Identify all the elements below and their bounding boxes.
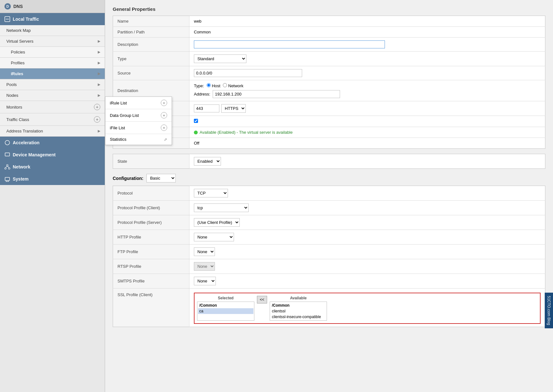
- label-protocol-profile-server: Protocol Profile (Server): [113, 215, 189, 230]
- local-traffic-label: Local Traffic: [13, 17, 39, 22]
- type-select[interactable]: Standard Performance (HTTP) Performance …: [194, 54, 246, 63]
- network-radio-label[interactable]: Network: [223, 83, 243, 88]
- rtsp-profile-select[interactable]: Nonertsp: [194, 262, 215, 271]
- sidebar-item-policies[interactable]: Policies ▶: [0, 47, 105, 58]
- row-description: Description: [113, 38, 545, 52]
- row-last-hop: Off: [113, 138, 545, 149]
- host-radio-label[interactable]: Host: [207, 83, 220, 88]
- sidebar-section-acceleration[interactable]: Acceleration: [0, 137, 105, 149]
- sidebar-section-local-traffic[interactable]: Local Traffic: [0, 13, 105, 25]
- svg-line-8: [7, 166, 9, 168]
- label-type: Type: [113, 52, 189, 66]
- network-icon: [4, 164, 10, 170]
- data-group-list-add-icon[interactable]: +: [161, 112, 167, 118]
- network-radio[interactable]: [223, 83, 227, 87]
- ifile-list-add-icon[interactable]: +: [161, 125, 167, 131]
- source-input[interactable]: [194, 69, 302, 77]
- ssl-available-item-clientssl[interactable]: clientssl: [271, 308, 326, 314]
- configuration-mode-select[interactable]: Basic Advanced: [146, 174, 176, 182]
- label-smtps-profile: SMTPS Profile: [113, 274, 189, 289]
- ssl-available-header: Available: [270, 296, 327, 300]
- sidebar: D DNS Local Traffic Network Map Virtual …: [0, 0, 105, 392]
- irule-list-add-icon[interactable]: +: [161, 100, 167, 106]
- label-source: Source: [113, 66, 189, 80]
- configuration-label: Configuration:: [113, 176, 143, 181]
- sidebar-item-profiles[interactable]: Profiles ▶: [0, 58, 105, 68]
- sidebar-item-virtual-servers[interactable]: Virtual Servers ▶: [0, 36, 105, 47]
- value-name: web: [189, 16, 545, 27]
- ssl-selected-item-ca[interactable]: ca: [198, 308, 253, 314]
- availability-green-dot: [194, 131, 198, 134]
- sidebar-section-device-management[interactable]: Device Management: [0, 149, 105, 161]
- irules-submenu: iRule List + Data Group List + iFile Lis…: [105, 96, 172, 145]
- row-availability: Available (Enabled) - The virtual server…: [113, 127, 545, 138]
- svg-point-5: [5, 168, 6, 169]
- cell-protocol-profile-server: (Use Client Profile)tcptcp-lan-optimized…: [189, 215, 545, 230]
- submenu-data-group-list-label: Data Group List: [110, 113, 139, 118]
- submenu-ifile-list[interactable]: iFile List +: [105, 122, 172, 134]
- protocol-select[interactable]: TCPUDPSCTPAll Protocols*All: [194, 189, 228, 197]
- configuration-header: Configuration: Basic Advanced: [113, 174, 545, 182]
- cell-source: [189, 66, 545, 80]
- general-properties-table: Name web Partition / Path Common Descrip…: [113, 16, 545, 149]
- protocol-profile-server-select[interactable]: (Use Client Profile)tcptcp-lan-optimized…: [194, 218, 240, 227]
- ssl-available-folder: /Common: [271, 303, 326, 308]
- row-type: Type Standard Performance (HTTP) Perform…: [113, 52, 545, 66]
- description-input[interactable]: [194, 40, 385, 48]
- svg-rect-3: [5, 153, 10, 156]
- sidebar-item-irules[interactable]: iRules ▶: [0, 68, 105, 79]
- chevron-right-icon: ▶: [98, 82, 100, 87]
- port-input[interactable]: [194, 104, 219, 112]
- host-radio[interactable]: [207, 83, 211, 87]
- ssl-available-list: /Common clientssl clientssl-insecure-com…: [270, 302, 327, 321]
- value-last-hop: Off: [189, 138, 545, 149]
- sidebar-item-address-translation[interactable]: Address Translation ▶: [0, 126, 105, 137]
- sidebar-item-dns[interactable]: D DNS: [0, 0, 105, 13]
- chevron-right-icon: ▶: [98, 93, 100, 97]
- ssl-available-item-clientssl-insecure[interactable]: clientssl-insecure-compatible: [271, 314, 326, 320]
- label-protocol: Protocol: [113, 186, 189, 201]
- protocol-profile-client-select[interactable]: tcptcp-lan-optimizedtcp-wan-optimizedmpt…: [194, 203, 249, 212]
- destination-address-input[interactable]: [213, 90, 340, 98]
- submenu-data-group-list[interactable]: Data Group List +: [105, 109, 172, 122]
- cell-checkbox: [189, 116, 545, 127]
- port-protocol-select[interactable]: HTTPS HTTP FTP SMTP SNMP Telnet IMAP Oth…: [221, 104, 246, 113]
- cell-protocol: TCPUDPSCTPAll Protocols*All: [189, 186, 545, 201]
- sidebar-section-network[interactable]: Network: [0, 161, 105, 173]
- ssl-selected-header: Selected: [197, 296, 254, 300]
- sidebar-item-pools[interactable]: Pools ▶: [0, 79, 105, 90]
- state-select[interactable]: Enabled Disabled: [194, 157, 221, 166]
- ssl-transfer-button[interactable]: <<: [257, 296, 267, 303]
- ssl-selected-folder: /Common: [198, 303, 253, 308]
- cell-smtps-profile: Nonesmtps: [189, 274, 545, 289]
- sidebar-section-system[interactable]: System: [0, 173, 105, 185]
- cell-availability: Available (Enabled) - The virtual server…: [189, 127, 545, 138]
- traffic-class-add-icon[interactable]: +: [94, 116, 100, 123]
- monitors-add-icon[interactable]: +: [94, 104, 100, 110]
- ftp-profile-select[interactable]: Noneftp: [194, 247, 215, 256]
- sidebar-item-network-map[interactable]: Network Map: [0, 25, 105, 36]
- submenu-irule-list[interactable]: iRule List +: [105, 97, 172, 109]
- submenu-statistics[interactable]: Statistics ⬀: [105, 134, 172, 145]
- network-label: Network: [13, 164, 30, 169]
- checkbox-field[interactable]: [194, 119, 198, 123]
- label-http-profile: HTTP Profile: [113, 230, 189, 245]
- sidebar-item-nodes[interactable]: Nodes ▶: [0, 90, 105, 101]
- cell-description: [189, 38, 545, 52]
- row-rtsp-profile: RTSP Profile Nonertsp: [113, 259, 545, 274]
- ssl-selected-col: Selected /Common ca: [197, 296, 254, 321]
- smtps-profile-select[interactable]: Nonesmtps: [194, 277, 216, 285]
- state-table: State Enabled Disabled: [113, 154, 545, 169]
- sidebar-item-traffic-class[interactable]: Traffic Class +: [0, 113, 105, 126]
- http-profile-select[interactable]: Nonehttphttp-explicithttp-transparent: [194, 233, 234, 241]
- system-icon: [4, 176, 10, 182]
- label-rtsp-profile: RTSP Profile: [113, 259, 189, 274]
- row-ssl-profile-client: SSL Profile (Client) Selected /Common ca: [113, 289, 545, 327]
- ssl-transfer-col: <<: [257, 296, 267, 303]
- statistics-external-icon: ⬀: [164, 137, 167, 142]
- sidebar-item-monitors[interactable]: Monitors +: [0, 101, 105, 113]
- dns-label: DNS: [13, 4, 23, 9]
- system-label: System: [13, 176, 29, 182]
- cell-port: HTTPS HTTP FTP SMTP SNMP Telnet IMAP Oth…: [189, 101, 545, 116]
- submenu-statistics-label: Statistics: [110, 137, 126, 142]
